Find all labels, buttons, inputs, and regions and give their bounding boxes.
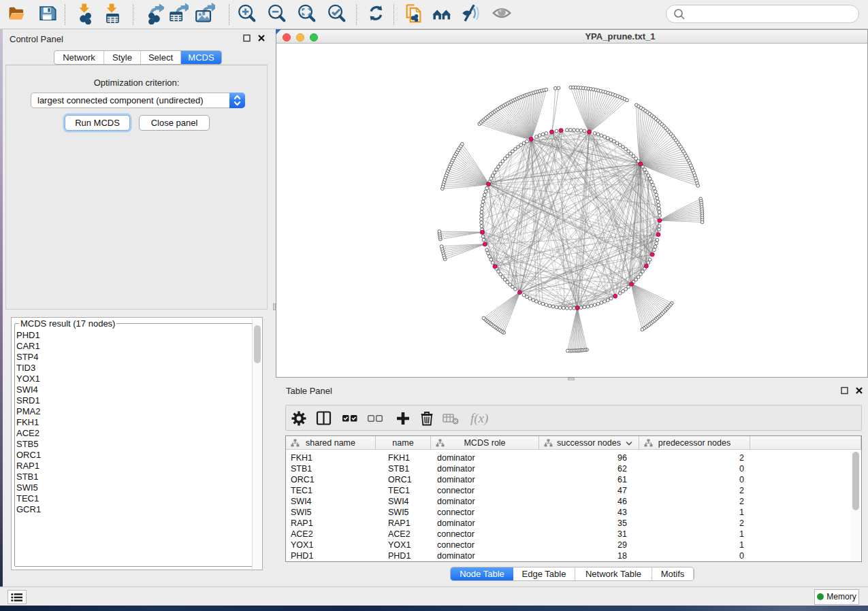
svg-text:f(x): f(x) xyxy=(470,411,488,426)
